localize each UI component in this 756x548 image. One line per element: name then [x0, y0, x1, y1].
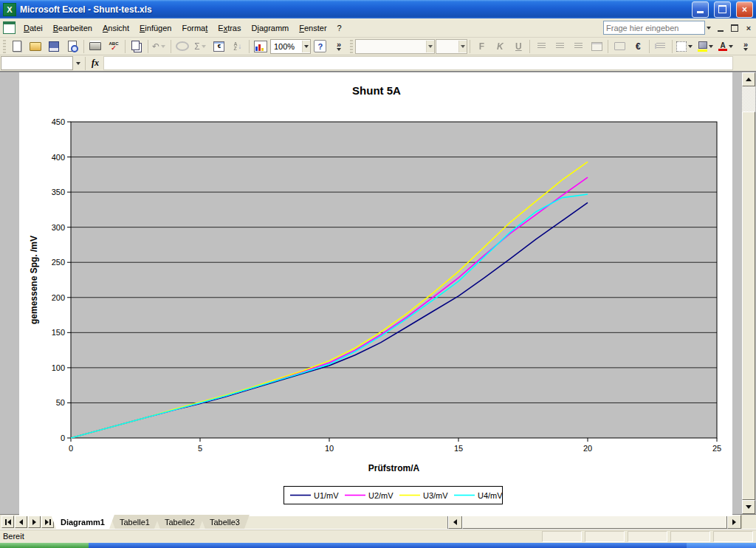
help-icon: ? — [314, 40, 326, 52]
question-dropdown-icon[interactable] — [705, 21, 712, 35]
more-buttons-formatting[interactable]: » — [737, 38, 755, 55]
name-box-dropdown-icon[interactable] — [75, 57, 82, 70]
borders-dropdown-icon[interactable] — [687, 40, 694, 53]
horizontal-scrollbar[interactable] — [447, 515, 741, 529]
zoom-dropdown-icon[interactable] — [302, 41, 310, 52]
x-tick-label: 0 — [69, 444, 73, 453]
font-dropdown-icon[interactable] — [426, 41, 434, 52]
sort-ascending-button[interactable]: AZ↓ — [229, 38, 247, 55]
print-preview-button[interactable] — [63, 38, 81, 55]
menu-bearbeiten[interactable]: Bearbeiten — [48, 21, 97, 35]
toolbar-separator — [171, 40, 171, 53]
euro-conversion-button[interactable]: € — [210, 38, 228, 55]
y-tick-label: 350 — [52, 188, 65, 196]
insert-function-button[interactable]: fx — [89, 58, 102, 69]
y-tick-label: 200 — [52, 293, 65, 302]
name-box[interactable] — [1, 56, 73, 70]
first-sheet-button[interactable] — [1, 516, 14, 528]
italic-icon: K — [497, 41, 504, 52]
tab-diagramm1[interactable]: Diagramm1 — [51, 515, 114, 529]
font-size-dropdown-icon[interactable] — [458, 41, 467, 52]
toolbar: ABC✓ ↶ Σ € AZ↓ 100% ? » F K U € A — [0, 38, 756, 55]
close-button[interactable]: × — [736, 1, 753, 18]
menu-datei[interactable]: Datei — [18, 21, 48, 35]
chart-svg[interactable]: 0501001502002503003504004500510152025Shu… — [19, 72, 732, 516]
horizontal-scroll-thumb[interactable] — [462, 515, 727, 529]
doc-close-button[interactable]: × — [743, 22, 755, 33]
italic-button[interactable]: K — [491, 38, 509, 55]
euro-style-button[interactable]: € — [629, 38, 647, 55]
bold-button[interactable]: F — [472, 38, 490, 55]
align-center-button[interactable] — [551, 38, 568, 55]
font-color-dropdown-icon[interactable] — [727, 40, 735, 53]
merge-center-button[interactable] — [588, 38, 605, 55]
autosum-button[interactable]: Σ — [192, 38, 210, 55]
font-size-combo[interactable] — [436, 39, 468, 54]
vertical-scrollbar[interactable] — [742, 72, 755, 514]
new-document-icon — [13, 41, 21, 52]
toolbar-grip[interactable] — [3, 40, 6, 53]
align-left-button[interactable] — [532, 38, 550, 55]
fill-color-button[interactable] — [696, 38, 716, 55]
toolbar-separator — [672, 40, 673, 53]
spelling-button[interactable]: ABC✓ — [105, 38, 123, 55]
more-buttons-standard[interactable]: » — [330, 38, 348, 55]
formula-input[interactable] — [103, 56, 733, 70]
menu-format[interactable]: Format — [176, 21, 213, 35]
zoom-combo[interactable]: 100% — [270, 39, 311, 54]
undo-button[interactable]: ↶ — [151, 38, 168, 55]
menu-hilfe[interactable]: ? — [332, 21, 347, 35]
font-combo[interactable] — [355, 39, 435, 54]
question-input[interactable] — [603, 21, 705, 35]
borders-icon — [676, 41, 687, 52]
print-button[interactable] — [86, 38, 104, 55]
font-color-button[interactable]: A — [717, 38, 736, 55]
vertical-scroll-track[interactable] — [742, 86, 755, 112]
help-button[interactable]: ? — [312, 38, 329, 55]
scroll-up-button[interactable] — [742, 72, 755, 86]
vertical-scroll-thumb[interactable] — [742, 112, 755, 500]
prev-sheet-button[interactable] — [15, 516, 27, 528]
menu-ansicht[interactable]: Ansicht — [97, 21, 134, 35]
arrow-left-icon — [453, 519, 457, 525]
doc-restore-button[interactable] — [729, 22, 740, 33]
tab-tabelle3[interactable]: Tabelle3 — [200, 515, 250, 529]
menu-einfuegen[interactable]: Einfügen — [134, 21, 176, 35]
status-bar: Bereit — [0, 529, 756, 543]
scroll-right-button[interactable] — [727, 515, 741, 529]
x-tick-label: 10 — [325, 444, 334, 453]
currency-style-button[interactable] — [611, 38, 628, 55]
menu-fenster[interactable]: Fenster — [294, 21, 331, 35]
open-button[interactable] — [27, 38, 44, 55]
chart-wizard-button[interactable] — [252, 38, 269, 55]
fill-color-dropdown-icon[interactable] — [707, 40, 715, 53]
doc-minimize-button[interactable] — [715, 22, 726, 33]
minimize-button[interactable] — [692, 1, 709, 18]
workbook-icon[interactable] — [3, 21, 16, 34]
copy-button[interactable] — [128, 38, 145, 55]
tab-tabelle1[interactable]: Tabelle1 — [110, 515, 159, 529]
menu-extras[interactable]: Extras — [213, 21, 246, 35]
autosum-dropdown-icon — [200, 40, 207, 53]
plot-area[interactable] — [71, 122, 717, 438]
align-right-button[interactable] — [569, 38, 587, 55]
status-pane — [670, 531, 710, 542]
save-button[interactable] — [45, 38, 63, 55]
toolbar-separator — [608, 40, 608, 53]
menu-diagramm[interactable]: Diagramm — [246, 21, 294, 35]
taskbar-right — [687, 543, 756, 548]
scroll-left-button[interactable] — [448, 515, 462, 529]
scroll-down-button[interactable] — [742, 500, 755, 514]
doc-minimize-icon — [718, 30, 724, 32]
new-button[interactable] — [8, 38, 26, 55]
underline-button[interactable]: U — [509, 38, 527, 55]
toolbar-grip[interactable] — [350, 40, 353, 53]
tab-tabelle2[interactable]: Tabelle2 — [155, 515, 205, 529]
hyperlink-button[interactable] — [173, 38, 191, 55]
start-button-sliver[interactable] — [0, 543, 89, 548]
next-sheet-button[interactable] — [28, 516, 41, 528]
restore-button[interactable] — [714, 1, 731, 18]
status-text: Bereit — [3, 532, 24, 541]
borders-button[interactable] — [675, 38, 695, 55]
decrease-indent-button[interactable] — [652, 38, 670, 55]
